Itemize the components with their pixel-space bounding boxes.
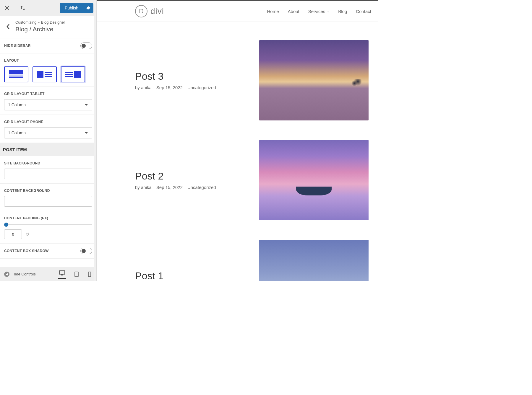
- posts-list: Post 3 by anika|Sep 15, 2022|Uncategoriz…: [135, 40, 369, 281]
- close-button[interactable]: [3, 4, 11, 12]
- layout-option-left-image[interactable]: [33, 66, 57, 82]
- nav-home[interactable]: Home: [267, 9, 279, 14]
- post-meta: by anika|Sep 15, 2022|Uncategorized: [135, 85, 247, 90]
- breadcrumb-title: Blog / Archive: [15, 26, 65, 33]
- content-padding-value[interactable]: [4, 229, 22, 239]
- bottom-bar: ◀ Hide Controls: [0, 267, 96, 281]
- svg-rect-1: [9, 76, 23, 76]
- publish-settings-button[interactable]: [83, 3, 93, 13]
- content-bg-input[interactable]: [4, 196, 92, 207]
- site-header: D divi Home About Services⌄ Blog Contact: [97, 1, 378, 22]
- grid-phone-select[interactable]: 1 Column: [4, 127, 92, 138]
- sidebar-scrollbar[interactable]: [94, 0, 96, 281]
- site-bg-input[interactable]: [4, 169, 92, 179]
- sidebar-top-bar: Publish: [0, 0, 96, 16]
- svg-rect-0: [9, 70, 23, 74]
- back-button[interactable]: [5, 23, 11, 30]
- post-item: Post 1 by anika|Sep 15, 2022|Uncategoriz…: [135, 240, 369, 281]
- device-tablet-button[interactable]: [73, 269, 80, 279]
- site-nav: Home About Services⌄ Blog Contact: [267, 9, 371, 14]
- nav-services[interactable]: Services⌄: [308, 9, 330, 14]
- site-logo[interactable]: D divi: [135, 5, 164, 17]
- reset-icon[interactable]: ↺: [25, 231, 29, 237]
- post-title[interactable]: Post 3: [135, 71, 247, 82]
- svg-rect-6: [45, 76, 52, 77]
- content-shadow-label: CONTENT BOX SHADOW: [4, 249, 49, 253]
- content-padding-label: CONTENT PADDING (PX): [4, 216, 48, 220]
- post-image[interactable]: [259, 140, 369, 220]
- content-padding-slider[interactable]: [4, 224, 92, 225]
- nav-about[interactable]: About: [288, 9, 299, 14]
- svg-rect-14: [88, 272, 91, 277]
- nav-blog[interactable]: Blog: [338, 9, 347, 14]
- post-image[interactable]: [259, 40, 369, 120]
- svg-rect-13: [75, 272, 78, 277]
- preview-pane: D divi Home About Services⌄ Blog Contact…: [97, 0, 378, 281]
- nav-contact[interactable]: Contact: [356, 9, 371, 14]
- customizer-sidebar: Publish Customizing▸Blog Designer Blog /…: [0, 0, 97, 281]
- grid-tablet-label: GRID LAYOUT TABLET: [4, 92, 45, 96]
- post-title[interactable]: Post 2: [135, 170, 247, 182]
- svg-rect-9: [65, 76, 73, 77]
- grid-tablet-select[interactable]: 1 Column: [4, 99, 92, 110]
- hide-sidebar-label: HIDE SIDEBAR: [4, 44, 31, 48]
- layout-option-right-image[interactable]: [61, 66, 85, 82]
- svg-rect-11: [59, 271, 65, 274]
- post-title[interactable]: Post 1: [135, 270, 247, 281]
- content-bg-label: CONTENT BACKGROUND: [4, 189, 50, 193]
- post-meta: by anika|Sep 15, 2022|Uncategorized: [135, 185, 247, 190]
- svg-rect-7: [65, 72, 73, 73]
- layout-option-full[interactable]: [4, 66, 28, 82]
- device-desktop-button[interactable]: [58, 269, 66, 279]
- svg-rect-8: [65, 74, 73, 75]
- publish-button[interactable]: Publish: [60, 3, 83, 13]
- post-item-header: POST ITEM: [0, 143, 96, 156]
- post-image[interactable]: [259, 240, 369, 281]
- hide-sidebar-toggle[interactable]: [80, 43, 92, 49]
- controls-panel: HIDE SIDEBAR LAYOUT GRID LAYOUT TABLET 1…: [0, 38, 96, 267]
- site-bg-label: SITE BACKGROUND: [4, 161, 40, 165]
- svg-rect-10: [74, 71, 81, 78]
- swap-icon[interactable]: [18, 4, 27, 12]
- hide-controls-button[interactable]: ◀ Hide Controls: [4, 272, 36, 277]
- layout-label: LAYOUT: [4, 58, 19, 63]
- chevron-down-icon: ⌄: [327, 10, 329, 13]
- breadcrumb-path: Customizing▸Blog Designer: [15, 20, 65, 25]
- svg-rect-12: [61, 275, 63, 275]
- svg-rect-2: [9, 77, 23, 78]
- grid-phone-label: GRID LAYOUT PHONE: [4, 120, 43, 124]
- content-shadow-toggle[interactable]: [80, 248, 92, 254]
- post-item: Post 2 by anika|Sep 15, 2022|Uncategoriz…: [135, 140, 369, 220]
- svg-rect-5: [45, 74, 52, 75]
- post-item: Post 3 by anika|Sep 15, 2022|Uncategoriz…: [135, 40, 369, 120]
- breadcrumb: Customizing▸Blog Designer Blog / Archive: [0, 16, 96, 38]
- device-phone-button[interactable]: [87, 269, 92, 279]
- svg-rect-4: [45, 72, 52, 73]
- svg-rect-3: [37, 71, 43, 78]
